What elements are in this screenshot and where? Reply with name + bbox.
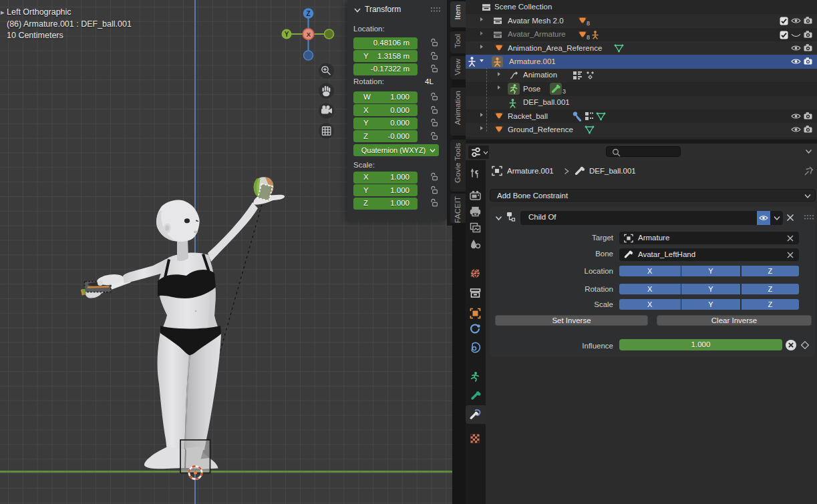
svg-text:X: X [307,31,311,38]
svg-text:Y: Y [285,31,289,38]
svg-text:Z: Z [306,10,310,17]
